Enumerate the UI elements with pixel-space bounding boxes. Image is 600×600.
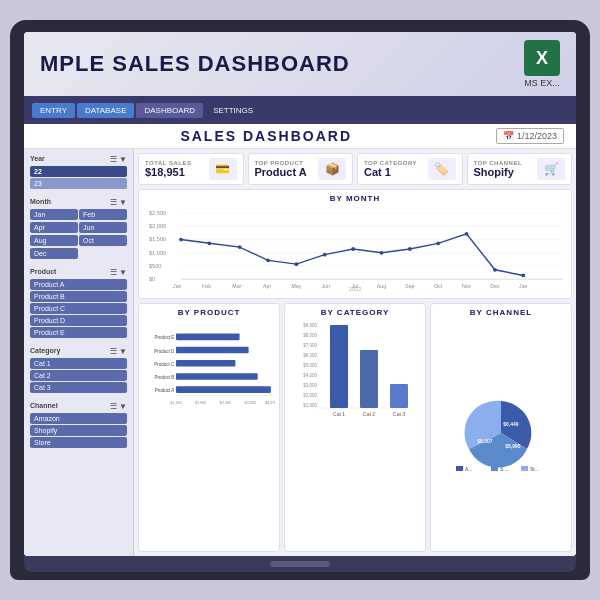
svg-text:$1,000: $1,000 [149,250,166,256]
svg-rect-48 [176,386,271,393]
sidebar-product-section: Product ☰ ▼ Product A Product B Product … [30,268,127,339]
by-channel-svg: $6,449 $5,995 $6,507 A... S... St. [451,388,551,478]
product-filter-icon[interactable]: ☰ ▼ [110,268,127,277]
svg-text:Product A: Product A [155,388,175,393]
svg-text:$5,000: $5,000 [303,363,317,368]
sidebar-shopify[interactable]: Shopify [30,425,127,436]
svg-text:Dec: Dec [490,283,500,289]
by-channel-title: BY CHANNEL [435,308,567,317]
svg-text:Product B: Product B [155,375,175,380]
sidebar-product-c[interactable]: Product C [30,303,127,314]
kpi-top-channel-icon: 🛒 [537,158,565,180]
kpi-top-product-value: Product A [255,166,307,178]
sidebar-month-section: Month ☰ ▼ Jan Feb Apr Jun Aug Oct Dec [30,198,127,260]
month-filter-icon[interactable]: ☰ ▼ [110,198,127,207]
sidebar-month-dec[interactable]: Dec [30,248,78,259]
sidebar-month-feb[interactable]: Feb [79,209,127,220]
svg-point-13 [208,241,212,245]
year-filter-icon[interactable]: ☰ ▼ [110,155,127,164]
sidebar-month-oct[interactable]: Oct [79,235,127,246]
category-filter-icon[interactable]: ☰ ▼ [110,347,127,356]
svg-text:$6,000: $6,000 [303,353,317,358]
by-month-svg: $2,500 $2,000 $1,500 $1,000 $500 $0 [147,205,563,293]
svg-rect-78 [521,466,528,471]
svg-rect-74 [456,466,463,471]
svg-text:Feb: Feb [202,283,211,289]
laptop-frame: MPLE SALES DASHBOARD X MS EX... ENTRY DA… [10,20,590,580]
date-badge: 📅 1/12/2023 [496,128,564,144]
main-area: TOTAL SALES $18,951 💳 TOP PRODUCT Produc… [134,149,576,556]
kpi-top-product: TOP PRODUCT Product A 📦 [248,153,354,185]
kpi-top-channel-value: Shopify [474,166,523,178]
svg-point-22 [465,232,469,236]
svg-point-23 [493,268,497,272]
sidebar-cat-1[interactable]: Cat 1 [30,358,127,369]
svg-text:$8,000: $8,000 [303,333,317,338]
sidebar-year-23[interactable]: 23 [30,178,127,189]
svg-rect-45 [176,347,249,354]
sidebar-product-b[interactable]: Product B [30,291,127,302]
svg-point-16 [294,262,298,266]
by-category-svg: $9,000 $8,000 $7,000 $6,000 $5,000 $4,00… [289,319,421,419]
svg-text:May: May [291,283,301,289]
channel-filter-icon[interactable]: ☰ ▼ [110,402,127,411]
svg-text:Sep: Sep [405,283,414,289]
sidebar-month-jun[interactable]: Jun [79,222,127,233]
sidebar-month-aug[interactable]: Aug [30,235,78,246]
svg-text:$2,400: $2,400 [220,401,231,405]
sidebar-cat-2[interactable]: Cat 2 [30,370,127,381]
svg-rect-47 [176,373,258,380]
dashboard: ENTRY DATABASE DASHBOARD SETTINGS SALES … [24,96,576,556]
svg-text:A...: A... [465,466,473,472]
kpi-top-product-icon: 📦 [318,158,346,180]
svg-text:Nov: Nov [462,283,472,289]
main-content: Year ☰ ▼ 22 23 Month ☰ ▼ Jan [24,149,576,556]
svg-text:$3,000: $3,000 [245,401,256,405]
svg-rect-44 [176,334,240,341]
svg-text:2022: 2022 [349,286,362,292]
svg-text:S...: S... [500,466,508,472]
sidebar-product-e[interactable]: Product E [30,327,127,338]
svg-text:$3,000: $3,000 [303,383,317,388]
svg-text:$0: $0 [149,276,155,282]
kpi-row: TOTAL SALES $18,951 💳 TOP PRODUCT Produc… [138,153,572,185]
nav-tab-entry[interactable]: ENTRY [32,103,75,118]
kpi-top-channel: TOP CHANNEL Shopify 🛒 [467,153,573,185]
by-product-svg: Product E Product D Product C Product B … [143,319,275,419]
sidebar-month-jan[interactable]: Jan [30,209,78,220]
svg-text:$2,000: $2,000 [303,393,317,398]
excel-icon: X [524,40,560,76]
sidebar-amazon[interactable]: Amazon [30,413,127,424]
sidebar-year-section: Year ☰ ▼ 22 23 [30,155,127,190]
svg-text:Product D: Product D [154,349,175,354]
svg-point-21 [436,241,440,245]
svg-text:Product E: Product E [155,335,175,340]
svg-text:$2,000: $2,000 [149,223,166,229]
sidebar-product-a[interactable]: Product A [30,279,127,290]
nav-tab-database[interactable]: DATABASE [77,103,135,118]
kpi-total-sales-icon: 💳 [209,158,237,180]
by-month-chart: BY MONTH $2,500 $2,000 $1,500 $1,000 $50… [138,189,572,299]
svg-text:Aug: Aug [377,283,386,289]
svg-rect-65 [330,325,348,408]
sidebar: Year ☰ ▼ 22 23 Month ☰ ▼ Jan [24,149,134,556]
nav-tab-dashboard[interactable]: DASHBOARD [136,103,203,118]
svg-text:Apr: Apr [263,283,271,289]
sidebar-year-22[interactable]: 22 [30,166,127,177]
by-category-chart: BY CATEGORY $9,000 $8,000 $7,000 $6,000 … [284,303,426,552]
laptop-base [24,556,576,572]
sidebar-month-apr[interactable]: Apr [30,222,78,233]
svg-text:Cat 2: Cat 2 [363,411,375,417]
sidebar-product-d[interactable]: Product D [30,315,127,326]
sidebar-store[interactable]: Store [30,437,127,448]
svg-text:$6,449: $6,449 [503,421,519,427]
bottom-charts: BY PRODUCT Product E Product D Product C… [138,303,572,552]
nav-tab-settings[interactable]: SETTINGS [205,103,261,118]
svg-text:$4,200: $4,200 [265,401,275,405]
sidebar-channel-section: Channel ☰ ▼ Amazon Shopify Store [30,402,127,449]
sidebar-cat-3[interactable]: Cat 3 [30,382,127,393]
svg-text:Oct: Oct [434,283,443,289]
dashboard-title: SALES DASHBOARD [180,128,352,144]
kpi-top-category-icon: 🏷️ [428,158,456,180]
svg-text:Jan: Jan [173,283,181,289]
